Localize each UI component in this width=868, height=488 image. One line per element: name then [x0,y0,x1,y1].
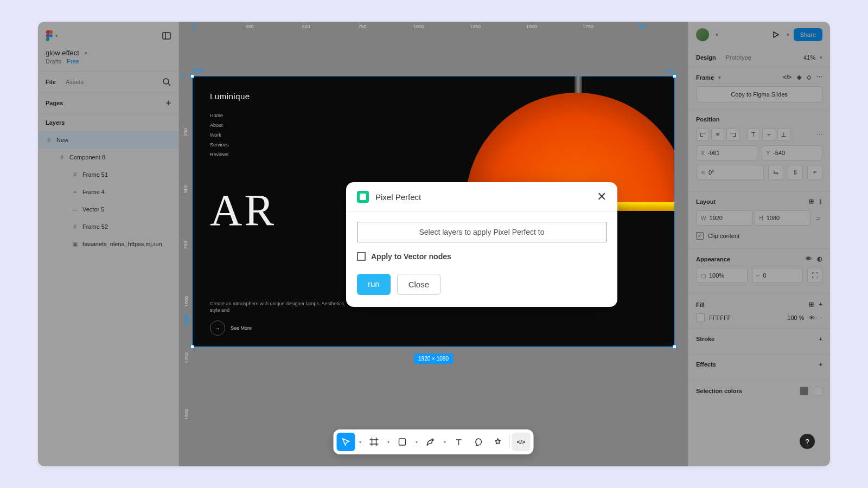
opacity-input[interactable]: ▢100% [696,268,748,283]
close-icon[interactable]: ✕ [597,191,607,203]
share-button[interactable]: Share [794,28,822,41]
more-icon[interactable]: ⋯ [816,74,822,81]
clip-content-check[interactable]: ✓Clip content [696,230,822,242]
dev-panel-icon[interactable]: </> [783,74,792,81]
instance-icon[interactable]: ◇ [807,74,811,81]
visibility-icon[interactable]: 👁 [806,255,812,262]
chevron-down-icon[interactable]: ▾ [787,32,789,37]
actions-tool[interactable] [489,433,507,451]
autolayout-wrap-icon[interactable]: ⊞ [809,198,814,205]
tab-assets[interactable]: Assets [66,79,84,85]
dev-mode-icon[interactable]: </> [665,67,674,75]
frame-icon: # [72,223,78,230]
layer-row[interactable]: ▣basanets_olena_httpss.mj.run [38,235,178,253]
dev-mode-tool[interactable]: </> [512,433,531,451]
layer-row[interactable]: =Frame 4 [38,183,178,201]
flip-h-icon[interactable]: ⇋ [768,165,783,180]
move-tool[interactable] [337,433,355,451]
flip-v-icon[interactable]: ⥮ [788,165,803,180]
image-icon: ▣ [72,241,78,247]
plan-badge[interactable]: Free [67,58,79,65]
dimension-badge: 1920 × 1080 [414,354,453,364]
layer-row[interactable]: #Component 8 [38,149,178,166]
align-bottom-icon[interactable]: ⊥ [777,128,790,141]
figma-logo-icon [46,30,53,41]
search-icon[interactable] [162,78,171,86]
visibility-icon[interactable]: 👁 [809,314,815,321]
zoom-control[interactable]: 41%▾ [803,54,822,61]
drafts-link[interactable]: Drafts [46,58,61,65]
radius-input[interactable]: ⌐0 [752,268,803,283]
right-panel: ▾ ▾ Share Design Prototype 41%▾ Frame▾ <… [688,22,830,466]
frame-icon: # [46,137,52,143]
help-button[interactable]: ? [800,434,815,449]
fill-hex-input[interactable]: FFFFFF [709,314,774,321]
align-top-icon[interactable]: ⊤ [747,128,760,141]
y-input[interactable]: Y-540 [762,145,823,160]
tool-chevron[interactable]: ▾ [441,440,449,445]
link-dimensions-icon[interactable]: ⊃ [813,210,822,226]
height-input[interactable]: H1080 [755,210,811,226]
layer-row[interactable]: #Frame 52 [38,218,178,235]
figma-window: ▾ glow effect ▾ Drafts Free File Assets … [38,22,830,466]
svg-line-4 [168,84,170,86]
chevron-down-icon: ▾ [85,50,87,56]
add-fill-icon[interactable]: + [819,301,822,308]
frame-type[interactable]: Frame [696,74,714,81]
autolayout-icon[interactable]: ⫿ [819,198,822,205]
svg-rect-9 [399,439,406,445]
align-hcenter-icon[interactable]: ≡ [711,128,724,141]
present-icon[interactable] [771,30,780,39]
frame-label[interactable]: New [193,67,204,73]
align-right-icon[interactable]: ⫎ [726,128,739,141]
tab-file[interactable]: File [46,79,56,85]
copy-to-slides-button[interactable]: Copy to Figma Slides [696,86,822,102]
tool-chevron[interactable]: ▾ [413,440,420,445]
left-panel: ▾ glow effect ▾ Drafts Free File Assets … [38,22,179,466]
avatar[interactable] [696,28,709,41]
align-vcenter-icon[interactable]: ⫟ [762,128,775,141]
run-button[interactable]: run [357,274,391,295]
align-left-icon[interactable]: ⫍ [696,128,709,141]
independent-corners-icon[interactable]: ⛶ [807,268,822,283]
toggle-panels-icon[interactable] [162,31,171,40]
fill-swatch[interactable] [696,313,705,322]
appearance-heading: Appearance [696,256,730,262]
layer-row[interactable]: #New [38,131,178,149]
add-effect-icon[interactable]: + [819,361,822,368]
sel-color-swatch[interactable] [814,387,822,395]
plugin-icon [357,191,369,203]
width-input[interactable]: W1920 [696,210,752,226]
file-title[interactable]: glow effect ▾ [38,46,178,58]
sel-color-swatch[interactable] [800,387,808,395]
layer-row[interactable]: —Vector 5 [38,201,178,218]
more-transform-icon[interactable]: ⫧ [807,165,822,180]
modal-title: Pixel Perfect [375,192,421,202]
add-page-icon[interactable]: + [166,98,171,108]
tool-chevron[interactable]: ▾ [385,440,392,445]
rotation-input[interactable]: ⟲0° [696,165,764,180]
selection-colors-heading: Selection colors [696,388,742,394]
add-stroke-icon[interactable]: + [819,336,822,342]
remove-fill-icon[interactable]: − [819,314,822,321]
tab-prototype[interactable]: Prototype [726,54,751,61]
text-tool[interactable] [450,433,468,451]
blend-icon[interactable]: ◐ [817,255,822,262]
x-input[interactable]: X-961 [696,145,757,160]
frame-tool[interactable] [365,433,384,451]
tab-design[interactable]: Design [696,54,716,61]
chevron-down-icon: ▾ [55,33,58,38]
pen-tool[interactable] [422,433,440,451]
close-button[interactable]: Close [397,274,441,295]
chevron-down-icon[interactable]: ▾ [716,32,718,37]
more-icon[interactable]: ⋯ [816,131,822,138]
figma-menu[interactable]: ▾ [46,30,58,41]
comment-tool[interactable] [469,433,488,451]
fill-opacity-input[interactable]: 100 % [778,314,805,321]
layer-row[interactable]: #Frame 51 [38,166,178,183]
tool-chevron[interactable]: ▾ [356,440,364,445]
shape-tool[interactable] [393,433,412,451]
component-icon[interactable]: ◈ [797,74,801,81]
styles-icon[interactable]: ⊞ [809,301,814,308]
apply-vector-checkbox[interactable]: Apply to Vector nodes [357,252,607,261]
